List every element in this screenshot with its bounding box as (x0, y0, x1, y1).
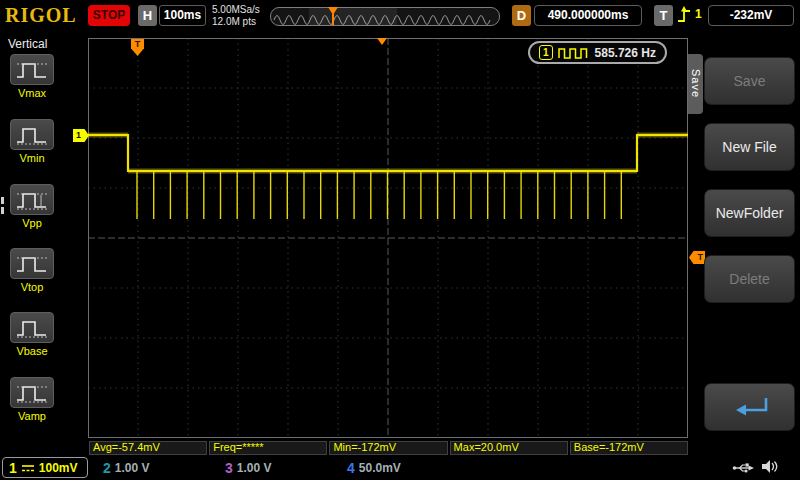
channel-2-scale: 1.00 V (115, 461, 150, 475)
trigger-edge-icon (676, 5, 692, 26)
waveform-spikes (137, 171, 621, 219)
strip-window (309, 8, 397, 25)
menu-button-delete[interactable]: Delete (704, 255, 795, 303)
delay-label: D (512, 5, 531, 26)
freq-counter-value: 585.726 Hz (595, 46, 656, 60)
menu-scroll-indicator (1, 197, 4, 217)
channel-1-scale: 100mV (39, 461, 78, 475)
menu-title-tab: Save (688, 54, 703, 114)
meas-vmin-label: Vmin (6, 152, 58, 164)
left-menu-title: Vertical (8, 37, 47, 51)
menu-button-new-folder[interactable]: NewFolder (704, 189, 795, 237)
speaker-icon[interactable] (761, 459, 778, 474)
channel-4-number: 4 (347, 460, 355, 476)
pulse-wave-icon (558, 47, 590, 59)
grid-center-lines (88, 38, 688, 438)
return-arrow-icon (724, 393, 776, 421)
meas-vpp-label: Vpp (6, 217, 58, 229)
measurement-base: Base=-172mV (570, 441, 688, 455)
delay-value: 490.000000ms (534, 5, 642, 26)
trigger-level-value: -232mV (708, 5, 794, 26)
vmax-icon (10, 54, 54, 85)
measurement-min: Min=-172mV (329, 441, 447, 455)
timebase-value: 100ms (159, 5, 206, 26)
graticule (88, 38, 688, 438)
meas-vpp-button[interactable]: Vpp (6, 184, 58, 229)
channel-2-number: 2 (103, 460, 111, 476)
channel-1-number: 1 (9, 460, 17, 476)
measurement-max: Max=20.0mV (450, 441, 568, 455)
channel-3-status[interactable]: 3 1.00 V (218, 457, 328, 478)
trigger-level-marker[interactable]: T (689, 251, 705, 264)
vmin-icon (10, 119, 54, 150)
meas-vamp-label: Vamp (6, 410, 58, 422)
trigger-source: 1 (695, 7, 702, 21)
trigger-position-strip-stem (332, 14, 334, 25)
vbase-icon (10, 312, 54, 343)
meas-vtop-label: Vtop (6, 281, 58, 293)
waveform-display: 1 585.726 Hz (88, 38, 688, 438)
channel-3-scale: 1.00 V (237, 461, 272, 475)
meas-vamp-button[interactable]: Vamp (6, 377, 58, 422)
dc-coupling-icon (21, 463, 35, 473)
center-trigger-indicator-icon (377, 38, 387, 45)
sample-rate-value: 5.00MSa/s (212, 4, 260, 16)
rigol-logo: RIGOL (5, 4, 77, 27)
measurement-results-bar: Avg=-57.4mV Freq=***** Min=-172mV Max=20… (89, 441, 688, 455)
channel-3-number: 3 (225, 460, 233, 476)
meas-vmax-label: Vmax (6, 87, 58, 99)
menu-button-new-file[interactable]: New File (704, 123, 795, 171)
meas-vbase-label: Vbase (6, 345, 58, 357)
horizontal-position-strip[interactable] (270, 7, 500, 26)
usb-icon (732, 462, 754, 474)
measurement-avg: Avg=-57.4mV (89, 441, 207, 455)
vtop-icon (10, 248, 54, 279)
freq-counter-channel: 1 (539, 45, 553, 60)
acquisition-info: 5.00MSa/s 12.0M pts (212, 4, 260, 28)
vamp-icon (10, 377, 54, 408)
channel-4-scale: 50.0mV (359, 461, 401, 475)
run-state-badge: STOP (88, 5, 130, 26)
oscilloscope-screen: RIGOL STOP H 100ms 5.00MSa/s 12.0M pts D… (0, 0, 800, 480)
frequency-counter: 1 585.726 Hz (528, 41, 667, 64)
trigger-label: T (654, 5, 673, 26)
channel-1-level-marker[interactable]: 1 (73, 129, 89, 142)
channel-1-status[interactable]: 1 100mV (2, 457, 88, 478)
horizontal-label: H (138, 5, 157, 26)
meas-vmin-button[interactable]: Vmin (6, 119, 58, 164)
channel-2-status[interactable]: 2 1.00 V (96, 457, 206, 478)
meas-vbase-button[interactable]: Vbase (6, 312, 58, 357)
vpp-icon (10, 184, 54, 215)
meas-vtop-button[interactable]: Vtop (6, 248, 58, 293)
menu-button-back[interactable] (704, 383, 795, 431)
menu-button-save[interactable]: Save (704, 57, 795, 105)
memory-depth-value: 12.0M pts (212, 16, 260, 28)
meas-vmax-button[interactable]: Vmax (6, 54, 58, 99)
channel-4-status[interactable]: 4 50.0mV (340, 457, 450, 478)
measurement-freq: Freq=***** (209, 441, 327, 455)
